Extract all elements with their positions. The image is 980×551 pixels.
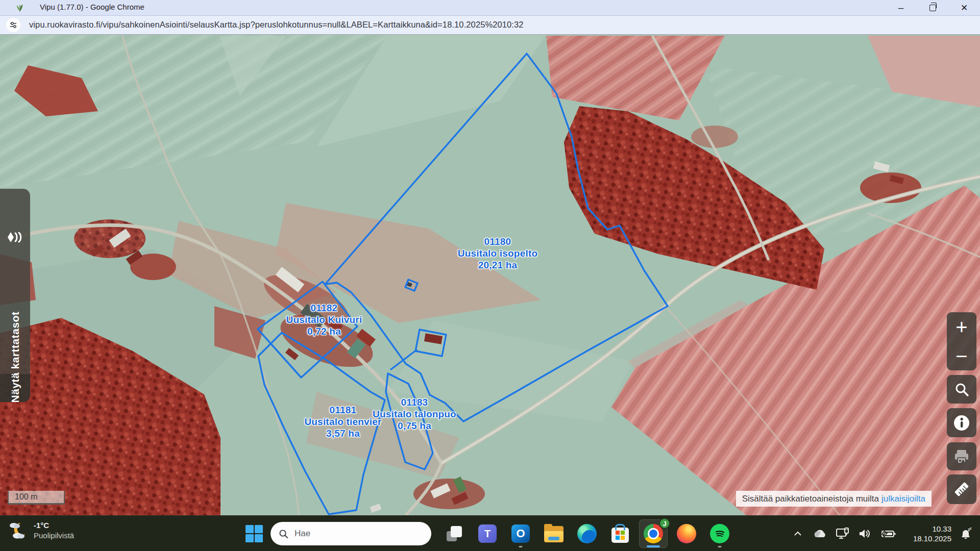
vipu-leaf-icon bbox=[15, 3, 24, 12]
taskbar-app-task-view[interactable] bbox=[440, 519, 469, 548]
firefox-icon bbox=[677, 524, 696, 543]
bell-dnd-icon: z z bbox=[959, 527, 972, 540]
task-view-icon bbox=[447, 526, 462, 541]
active-indicator bbox=[647, 545, 660, 547]
teams-icon: T bbox=[478, 524, 497, 543]
weather-condition: Puolipilvistä bbox=[34, 531, 74, 540]
taskbar-app-teams[interactable]: T bbox=[473, 519, 502, 548]
tray-clock[interactable]: 10.33 18.10.2025 bbox=[913, 524, 951, 543]
site-info-button[interactable] bbox=[6, 18, 20, 32]
scale-label: 100 m bbox=[15, 492, 37, 502]
ruler-icon bbox=[953, 481, 970, 498]
weather-widget[interactable]: -1°C Puolipilvistä bbox=[7, 520, 74, 540]
zoom-out-button[interactable]: − bbox=[955, 344, 967, 368]
window-titlebar[interactable]: Vipu (1.77.0) - Google Chrome – ✕ bbox=[0, 0, 980, 15]
onedrive-cloud-icon bbox=[813, 529, 827, 538]
parcel-label: 01183Uusitalo talonpuo0,75 ha bbox=[373, 396, 456, 432]
show-map-layers-tab[interactable]: Näytä karttatasot bbox=[0, 189, 30, 402]
map-canvas[interactable] bbox=[0, 35, 980, 515]
taskbar-search[interactable] bbox=[271, 522, 431, 545]
tray-onedrive[interactable] bbox=[808, 529, 831, 538]
tray-notifications[interactable]: z z bbox=[951, 527, 980, 540]
battery-charging-icon bbox=[880, 529, 896, 538]
tray-display-connect[interactable] bbox=[831, 528, 854, 540]
attribution-text: Sisältää paikkatietoaineistoja muilta bbox=[742, 494, 879, 504]
running-indicator bbox=[519, 546, 523, 548]
parcel-label: 01182Uusitalo Kuivuri0,72 ha bbox=[286, 302, 362, 337]
tray-volume[interactable] bbox=[854, 528, 876, 539]
url-text[interactable]: vipu.ruokavirasto.fi/vipu/sahkoinenAsioi… bbox=[29, 20, 524, 30]
svg-text:z: z bbox=[970, 527, 972, 530]
search-icon bbox=[954, 382, 969, 397]
restore-icon bbox=[929, 5, 936, 11]
taskbar-app-edge[interactable] bbox=[573, 519, 601, 548]
desktop: Vipu (1.77.0) - Google Chrome – ✕ vipu.r… bbox=[0, 0, 980, 551]
search-icon bbox=[279, 529, 288, 539]
tray-battery[interactable] bbox=[876, 529, 900, 538]
taskbar-app-file-explorer[interactable] bbox=[540, 519, 568, 548]
map-scalebar: 100 m bbox=[8, 491, 65, 505]
taskbar: -1°C Puolipilvistä T O bbox=[0, 515, 980, 551]
zoom-control: + − bbox=[947, 312, 976, 370]
parcel-label: 01180Uusitalo isopelto20,21 ha bbox=[458, 236, 537, 271]
parcel-label: 01181Uusitalo tienvier3,57 ha bbox=[304, 404, 381, 439]
attribution-link[interactable]: julkaisijoilta bbox=[881, 494, 925, 504]
printer-icon bbox=[953, 449, 970, 464]
site-settings-icon bbox=[9, 21, 17, 29]
microsoft-store-icon bbox=[611, 528, 629, 543]
tray-expand-button[interactable] bbox=[788, 531, 808, 536]
layers-flyout-icon bbox=[7, 231, 24, 244]
chrome-profile-badge: J bbox=[659, 518, 670, 529]
running-indicator bbox=[718, 546, 722, 548]
map-attribution: Sisältää paikkatietoaineistoja muilta ju… bbox=[736, 491, 932, 507]
speaker-icon bbox=[859, 528, 872, 539]
night-partly-cloudy-icon bbox=[7, 520, 29, 540]
weather-temp: -1°C bbox=[34, 521, 74, 530]
clock-time: 10.33 bbox=[913, 524, 951, 534]
taskbar-app-spotify[interactable] bbox=[705, 519, 734, 548]
zoom-in-button[interactable]: + bbox=[955, 315, 967, 339]
search-input[interactable] bbox=[293, 528, 418, 539]
map-search-button[interactable] bbox=[947, 375, 976, 404]
map-info-button[interactable] bbox=[947, 408, 976, 437]
taskbar-app-outlook[interactable]: O bbox=[506, 519, 535, 548]
window-title: Vipu (1.77.0) - Google Chrome bbox=[40, 3, 144, 11]
clock-date: 18.10.2025 bbox=[913, 534, 951, 543]
map-measure-button[interactable] bbox=[947, 474, 976, 504]
outlook-icon: O bbox=[511, 524, 530, 543]
taskbar-app-chrome[interactable]: J bbox=[639, 519, 668, 548]
file-explorer-icon bbox=[544, 526, 564, 541]
close-button[interactable]: ✕ bbox=[948, 0, 980, 15]
start-button[interactable] bbox=[240, 519, 268, 548]
taskbar-app-store[interactable] bbox=[606, 519, 634, 548]
monitor-plug-icon bbox=[836, 528, 849, 540]
spotify-icon bbox=[710, 524, 729, 543]
windows-logo-icon bbox=[246, 525, 263, 542]
restore-button[interactable] bbox=[917, 0, 948, 15]
aerial-imagery bbox=[0, 35, 980, 515]
map-print-button[interactable] bbox=[947, 442, 976, 470]
edge-icon bbox=[577, 524, 597, 543]
taskbar-app-firefox[interactable] bbox=[672, 519, 701, 548]
minimize-button[interactable]: – bbox=[885, 0, 917, 15]
chevron-up-icon bbox=[794, 531, 802, 536]
layers-tab-label: Näytä karttatasot bbox=[9, 312, 21, 403]
info-icon bbox=[953, 415, 970, 431]
